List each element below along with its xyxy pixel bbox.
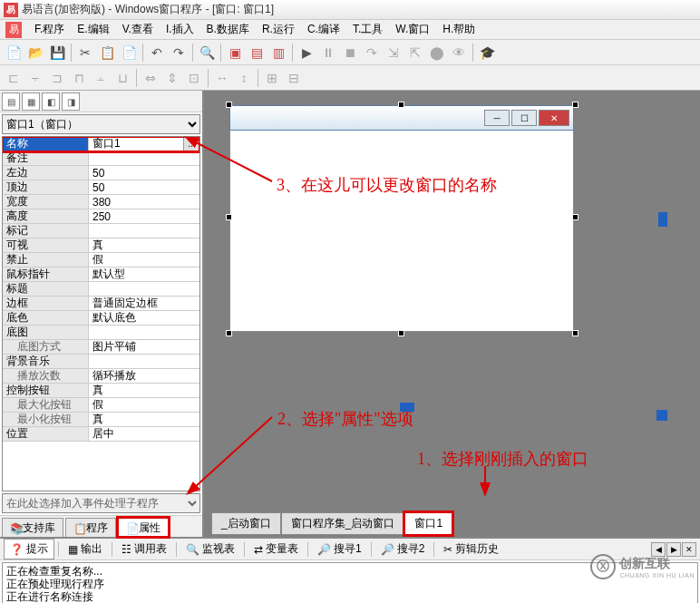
property-row-5[interactable]: 高度250 xyxy=(3,209,199,224)
step-into-icon: ⇲ xyxy=(384,43,403,63)
panel-tab-0[interactable]: 📚支持库 xyxy=(2,518,63,537)
align-top-icon: ⊓ xyxy=(69,68,89,88)
property-value[interactable]: 50 xyxy=(89,180,199,194)
property-row-6[interactable]: 标记 xyxy=(3,224,199,238)
redo-icon[interactable]: ↷ xyxy=(169,43,189,63)
property-row-8[interactable]: 禁止假 xyxy=(3,253,199,267)
property-edit-button[interactable]: ... xyxy=(183,137,199,151)
new-icon[interactable]: 📄 xyxy=(4,43,24,63)
property-row-15[interactable]: 背景音乐 xyxy=(3,355,199,369)
property-row-4[interactable]: 宽度380 xyxy=(3,195,199,209)
panel-tab-2[interactable]: 📄属性 xyxy=(118,518,169,537)
menu-program[interactable]: F.程序 xyxy=(29,20,70,39)
output-tab-0[interactable]: ❓提示 xyxy=(4,539,54,559)
menu-tools[interactable]: T.工具 xyxy=(347,20,388,39)
property-row-2[interactable]: 左边50 xyxy=(3,166,199,180)
event-select[interactable]: 在此处选择加入事件处理子程序 xyxy=(2,493,200,513)
design-form[interactable]: ─ ☐ ✕ xyxy=(229,105,574,332)
property-row-17[interactable]: 控制按钮真 xyxy=(3,384,199,398)
output-tab-2[interactable]: ☷调用表 xyxy=(116,540,172,559)
prop-btn-1[interactable]: ▤ xyxy=(2,92,20,111)
property-name: 底色 xyxy=(3,311,89,325)
panel-tab-1[interactable]: 📋程序 xyxy=(65,518,116,537)
property-row-16[interactable]: 播放次数循环播放 xyxy=(3,369,199,384)
property-value[interactable]: 真 xyxy=(89,238,199,252)
menu-database[interactable]: B.数据库 xyxy=(201,20,255,39)
window1-icon[interactable]: ▣ xyxy=(225,43,245,63)
window2-icon[interactable]: ▤ xyxy=(247,43,267,63)
property-value[interactable]: 普通固定边框 xyxy=(89,297,199,310)
menu-help[interactable]: H.帮助 xyxy=(437,20,481,39)
property-row-7[interactable]: 可视真 xyxy=(3,238,199,253)
menu-insert[interactable]: I.插入 xyxy=(160,20,199,39)
menu-run[interactable]: R.运行 xyxy=(257,20,300,39)
property-value[interactable]: 真 xyxy=(89,413,199,426)
property-value[interactable]: 250 xyxy=(89,209,199,223)
property-value[interactable] xyxy=(89,282,199,296)
menu-edit[interactable]: E.编辑 xyxy=(72,20,114,39)
output-tab-7[interactable]: ✂剪辑历史 xyxy=(438,540,504,559)
property-value[interactable]: 50 xyxy=(89,166,199,180)
property-value[interactable]: 真 xyxy=(89,384,199,397)
form-body[interactable] xyxy=(229,131,574,332)
event-selector[interactable]: 在此处选择加入事件处理子程序 xyxy=(2,493,200,513)
property-row-1[interactable]: 备注 xyxy=(3,151,199,166)
prop-btn-4[interactable]: ◨ xyxy=(62,92,80,111)
property-row-10[interactable]: 标题 xyxy=(3,282,199,297)
property-row-18[interactable]: 最大化按钮假 xyxy=(3,398,199,413)
editor-tab-1[interactable]: 窗口程序集_启动窗口 xyxy=(281,512,405,535)
editor-tab-0[interactable]: _启动窗口 xyxy=(211,512,281,535)
window3-icon[interactable]: ▥ xyxy=(268,43,288,63)
property-value[interactable] xyxy=(89,355,199,368)
object-selector[interactable]: 窗口1（窗口） xyxy=(2,114,200,134)
save-icon[interactable]: 💾 xyxy=(47,43,67,63)
design-surface[interactable]: ─ ☐ ✕ xyxy=(219,94,693,511)
property-row-0[interactable]: 名称窗口1... xyxy=(3,137,199,151)
property-value[interactable]: 窗口1 xyxy=(89,137,183,151)
tab-icon: ▦ xyxy=(68,543,78,556)
copy-icon[interactable]: 📋 xyxy=(97,43,117,63)
property-value[interactable] xyxy=(89,326,199,339)
maximize-icon: ☐ xyxy=(511,110,537,126)
property-value[interactable]: 假 xyxy=(89,253,199,267)
property-value[interactable]: 默认型 xyxy=(89,267,199,281)
property-value[interactable]: 假 xyxy=(89,398,199,412)
prop-btn-3[interactable]: ◧ xyxy=(42,92,60,111)
property-name: 左边 xyxy=(3,166,89,180)
property-value[interactable] xyxy=(89,224,199,238)
property-row-9[interactable]: 鼠标指针默认型 xyxy=(3,267,199,282)
knowledge-icon[interactable]: 🎓 xyxy=(477,43,497,63)
object-select[interactable]: 窗口1（窗口） xyxy=(2,114,200,134)
menu-compile[interactable]: C.编译 xyxy=(302,20,345,39)
property-value[interactable]: 图片平铺 xyxy=(89,340,199,354)
property-row-20[interactable]: 位置居中 xyxy=(3,427,199,442)
menu-window[interactable]: W.窗口 xyxy=(390,20,435,39)
run-icon[interactable]: ▶ xyxy=(297,43,316,63)
property-row-11[interactable]: 边框普通固定边框 xyxy=(3,297,199,311)
cut-icon[interactable]: ✂ xyxy=(75,43,95,63)
output-tab-5[interactable]: 🔎搜寻1 xyxy=(312,540,367,559)
property-value[interactable]: 默认底色 xyxy=(89,311,199,325)
prop-btn-2[interactable]: ▦ xyxy=(22,92,40,111)
property-row-12[interactable]: 底色默认底色 xyxy=(3,311,199,326)
property-row-13[interactable]: 底图 xyxy=(3,326,199,340)
property-value[interactable]: 380 xyxy=(89,195,199,209)
dist-v-icon: ↕ xyxy=(234,68,254,88)
property-row-19[interactable]: 最小化按钮真 xyxy=(3,413,199,427)
editor-tab-2[interactable]: 窗口1 xyxy=(404,512,452,535)
output-tab-6[interactable]: 🔎搜寻2 xyxy=(375,540,431,559)
output-tab-3[interactable]: 🔍监视表 xyxy=(180,540,240,559)
property-value[interactable] xyxy=(89,151,199,165)
menu-view[interactable]: V.查看 xyxy=(117,20,159,39)
find-icon[interactable]: 🔍 xyxy=(197,43,217,63)
property-value[interactable]: 居中 xyxy=(89,427,199,441)
open-icon[interactable]: 📂 xyxy=(25,43,45,63)
output-tab-1[interactable]: ▦输出 xyxy=(63,540,108,559)
breakpoint-icon: ⬤ xyxy=(427,43,447,63)
property-row-14[interactable]: 底图方式图片平铺 xyxy=(3,340,199,355)
property-value[interactable]: 循环播放 xyxy=(89,369,199,383)
undo-icon[interactable]: ↶ xyxy=(147,43,167,63)
paste-icon[interactable]: 📄 xyxy=(119,43,139,63)
property-row-3[interactable]: 顶边50 xyxy=(3,180,199,195)
output-tab-4[interactable]: ⇄变量表 xyxy=(248,540,304,559)
